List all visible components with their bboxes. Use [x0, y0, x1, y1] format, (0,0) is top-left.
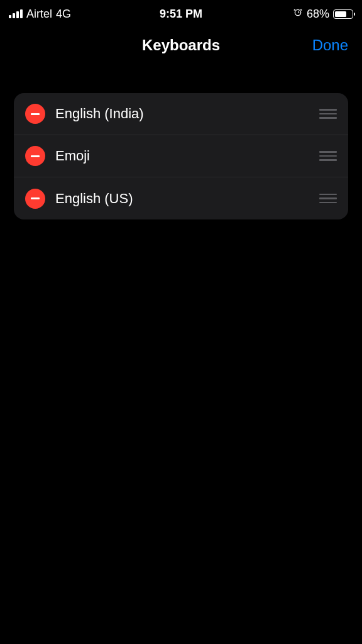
delete-icon[interactable] — [25, 104, 45, 124]
keyboard-label: English (US) — [55, 191, 319, 207]
keyboards-list: English (India) Emoji English (US) — [14, 93, 348, 219]
signal-strength-icon — [9, 9, 23, 18]
keyboard-row[interactable]: English (India) — [14, 93, 348, 135]
drag-handle-icon[interactable] — [319, 190, 337, 208]
status-bar: Airtel 4G 9:51 PM 68% — [0, 0, 362, 23]
nav-bar: Keyboards Done — [0, 28, 362, 63]
drag-handle-icon[interactable] — [319, 147, 337, 165]
battery-percent: 68% — [307, 8, 329, 21]
network-label: 4G — [56, 8, 71, 21]
page-title: Keyboards — [142, 36, 220, 54]
delete-icon[interactable] — [25, 189, 45, 209]
status-left: Airtel 4G — [9, 8, 71, 21]
keyboard-row[interactable]: English (US) — [14, 177, 348, 219]
alarm-icon — [293, 8, 303, 21]
status-right: 68% — [293, 8, 353, 21]
carrier-label: Airtel — [26, 8, 52, 21]
done-button[interactable]: Done — [312, 36, 348, 54]
keyboard-row[interactable]: Emoji — [14, 135, 348, 177]
status-time: 9:51 PM — [160, 8, 202, 21]
battery-icon — [333, 9, 353, 19]
keyboard-label: Emoji — [55, 148, 319, 164]
keyboard-label: English (India) — [55, 106, 319, 122]
drag-handle-icon[interactable] — [319, 105, 337, 123]
delete-icon[interactable] — [25, 146, 45, 166]
